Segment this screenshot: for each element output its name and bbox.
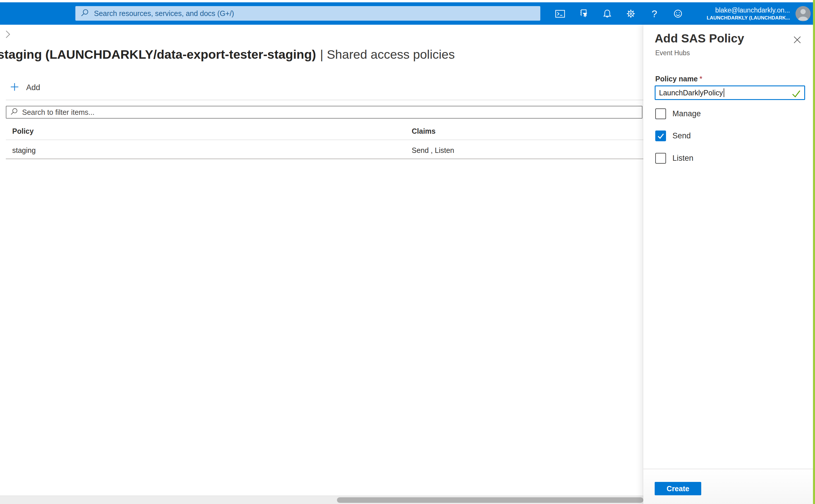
top-white-strip: [0, 0, 815, 2]
page-title-resource: staging (LAUNCHDARKLY/data-export-tester…: [0, 47, 316, 61]
table-row-divider: [6, 158, 645, 159]
filter-items-placeholder: Search to filter items...: [22, 108, 94, 117]
notifications-bell-icon[interactable]: [601, 6, 613, 22]
policy-name-label-text: Policy name: [655, 75, 698, 83]
create-button[interactable]: Create: [655, 482, 701, 495]
panel-footer: Create: [643, 469, 813, 504]
required-marker: *: [700, 75, 702, 83]
column-header-claims: Claims: [412, 127, 436, 135]
listen-checkbox[interactable]: [655, 153, 666, 164]
valid-checkmark-icon: [791, 88, 801, 100]
checkbox-row-manage[interactable]: Manage: [655, 108, 701, 119]
text-caret: [724, 88, 724, 97]
help-icon[interactable]: ?: [649, 6, 660, 22]
close-icon[interactable]: [791, 34, 803, 46]
azure-top-bar: Search resources, services, and docs (G+…: [0, 2, 815, 25]
global-search-input[interactable]: Search resources, services, and docs (G+…: [75, 6, 540, 21]
screen-edge-strip: [813, 0, 815, 504]
send-label: Send: [673, 131, 691, 140]
horizontal-scrollbar-track[interactable]: [0, 496, 643, 504]
feedback-smiley-icon[interactable]: [672, 6, 684, 22]
account-tenant: LAUNCHDARKLY (LAUNCHDARK...: [707, 15, 790, 21]
manage-checkbox[interactable]: [655, 108, 666, 119]
listen-label: Listen: [673, 154, 693, 163]
filter-search-icon: [10, 108, 18, 117]
add-button[interactable]: Add: [10, 82, 40, 93]
avatar[interactable]: [796, 6, 811, 21]
account-menu[interactable]: blake@launchdarkly.on... LAUNCHDARKLY (L…: [707, 6, 790, 21]
breadcrumb-chevron-icon[interactable]: [3, 29, 12, 40]
policy-name-value: LaunchDarklyPolicy: [659, 89, 723, 97]
policy-name-input[interactable]: LaunchDarklyPolicy: [655, 85, 805, 100]
settings-gear-icon[interactable]: [625, 6, 637, 22]
checkbox-row-listen[interactable]: Listen: [655, 153, 693, 164]
add-sas-policy-panel: Add SAS Policy Event Hubs Policy name* L…: [643, 25, 813, 504]
directory-filter-icon[interactable]: [578, 6, 589, 22]
page-title-section: Shared access policies: [327, 47, 455, 61]
account-email: blake@launchdarkly.on...: [707, 6, 790, 14]
policy-name-label: Policy name*: [655, 75, 702, 83]
panel-title: Add SAS Policy: [655, 32, 744, 45]
panel-subtitle: Event Hubs: [655, 49, 690, 57]
horizontal-scrollbar-thumb[interactable]: [337, 497, 643, 503]
add-button-label: Add: [26, 83, 40, 92]
page-title-separator: |: [320, 47, 323, 61]
row-claims: Send , Listen: [412, 146, 454, 155]
search-icon: [81, 8, 89, 18]
global-search-placeholder: Search resources, services, and docs (G+…: [94, 9, 234, 18]
send-checkbox[interactable]: [655, 131, 666, 141]
checkbox-row-send[interactable]: Send: [655, 131, 691, 141]
plus-icon: [10, 82, 19, 93]
column-header-policy: Policy: [12, 127, 34, 135]
topbar-icon-group: ?: [554, 2, 684, 25]
command-bar-divider: [6, 100, 643, 100]
cloud-shell-icon[interactable]: [554, 6, 566, 22]
page-title: staging (LAUNCHDARKLY/data-export-tester…: [0, 47, 455, 62]
table-row[interactable]: [0, 140, 643, 158]
manage-label: Manage: [673, 109, 701, 118]
row-policy-name: staging: [12, 146, 36, 155]
filter-items-input[interactable]: Search to filter items...: [6, 106, 643, 119]
